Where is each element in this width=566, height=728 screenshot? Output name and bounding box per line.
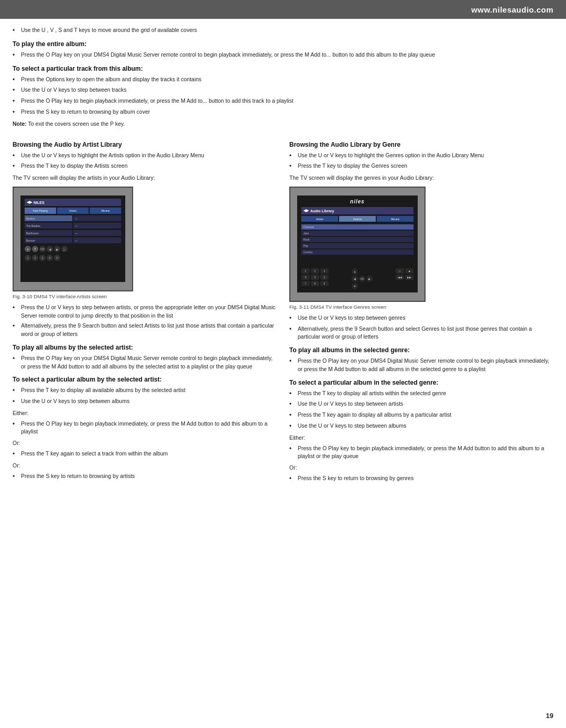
play-entire-album-bullets: Press the O Play key on your DMS4 Digita…: [13, 51, 553, 60]
tv-item-6: —: [73, 230, 121, 236]
play-all-genre-b1: Press the O Play key on your DMS4 Digita…: [289, 357, 553, 374]
tv-genre-list: Classical Jazz Rock Pop Country: [301, 224, 413, 265]
tv-list-1: Beatles —: [25, 215, 121, 221]
tv-rbtn-down: ▼: [352, 283, 358, 289]
artists-step-bullets: Press the U or V keys to step between ar…: [13, 303, 277, 339]
play-all-in-genre-heading: To play all albums in the selected genre…: [289, 346, 553, 354]
tv-btn-3: 3: [39, 255, 46, 261]
tv-nav-row-3: ▼: [352, 283, 373, 289]
select-album-genre-bullets: Press the T key to display all artists w…: [289, 389, 553, 431]
tv-btn-play: ▷: [61, 246, 68, 252]
select-album-genre-b4: Use the U or V keys to step between albu…: [289, 422, 553, 431]
select-track-bullet-2: Use the U or V keys to step between trac…: [13, 86, 553, 95]
top-bullet-1: Use the U , V , S and T keys to move aro…: [13, 26, 553, 35]
tv-nav-row-2: ◀ OK ▶: [352, 276, 373, 282]
tv-genre-tab-row: Artists Genres Albums: [301, 216, 413, 222]
select-album-in-genre-heading: To select a particular album in the sele…: [289, 379, 553, 386]
tv-btn-down: ▼: [32, 246, 38, 252]
either-genre-b1: Press the O Play key to begin playback i…: [289, 444, 553, 461]
tv-genre-item-2: Jazz: [301, 231, 413, 236]
tv-item-4: —: [73, 223, 121, 229]
tv-genre-item-5: Country: [301, 249, 413, 255]
browse-by-artist-heading: Browsing the Audio by Artist Library: [13, 141, 277, 148]
tv-rbtn-left: ◀: [352, 276, 358, 282]
tv-remote-row-1: 1 2 3: [301, 268, 329, 274]
browse-genre-b2: Press the T key to display the Genres sc…: [289, 162, 553, 171]
tv-rbtn-8: 8: [311, 281, 319, 286]
tv-rbtn-rew: ◀◀: [396, 275, 404, 280]
select-album-artist-b1: Press the T key to display all available…: [13, 386, 277, 395]
fig-caption-artists: Fig. 3-10 DMS4 TV interface Artists scre…: [13, 294, 277, 299]
select-album-genre-b2: Use the U or V keys to step between arti…: [289, 400, 553, 409]
tv-btn-4: 4: [47, 255, 53, 261]
tv-genre-header: ◀▶ Audio Library: [301, 207, 413, 214]
tv-rbtn-3: 3: [320, 268, 329, 274]
fig-caption-genre: Fig. 3-11 DMS4 TV interface Genres scree…: [289, 304, 553, 310]
tv-item-5: Beethoven: [25, 230, 72, 236]
tv-list-4: Benson —: [25, 237, 121, 243]
select-album-genre-b1: Press the T key to display all artists w…: [289, 389, 553, 398]
tv-tab-1: Now Playing: [25, 208, 56, 214]
right-column: Browsing the Audio Library by Genre Use …: [289, 141, 553, 486]
tv-btn-ok: OK: [39, 246, 46, 252]
either-bullets-1: Press the O Play key to begin playback i…: [13, 420, 277, 437]
or-b2: Press the S key to return to browsing by…: [13, 472, 277, 481]
or-genre-b1: Press the S key to return to browsing by…: [289, 474, 553, 483]
tv-rbtn-ok: OK: [359, 276, 365, 282]
tv-nav-row-1: ▲: [352, 268, 373, 275]
or-bullets-1: Press the T key again to select a track …: [13, 450, 277, 459]
top-section: Use the U , V , S and T keys to move aro…: [0, 19, 566, 128]
select-track-bullets: Press the Options key to open the album …: [13, 75, 553, 117]
browse-genre-para: The TV screen will display the genres in…: [289, 174, 553, 182]
browse-artist-b1: Use the U or V keys to highlight the Art…: [13, 151, 277, 160]
tv-rbtn-4: 4: [301, 275, 310, 280]
tv-btn-back: ◀: [47, 246, 53, 252]
genre-step-b2: Alternatively, press the 9 Search button…: [289, 325, 553, 342]
tv-remote-row-2: 4 5 6: [301, 275, 329, 280]
artists-step-b1: Press the U or V keys to step between ar…: [13, 303, 277, 320]
tv-btn-2: 2: [32, 255, 38, 261]
tv-item-7: Benson: [25, 237, 72, 243]
tv-rbtn-5: 5: [311, 275, 319, 280]
page-number: 19: [546, 712, 553, 720]
select-track-bullet-3: Press the O Play key to begin playback i…: [13, 97, 553, 106]
genre-step-b1: Use the U or V keys to step between genr…: [289, 314, 553, 323]
tv-rbtn-up: ▲: [352, 268, 358, 275]
tv-btn-fwd: ▶: [54, 246, 60, 252]
or-label-2: Or:: [13, 462, 277, 470]
tv-action-row-2: ◀◀ ▶▶: [396, 275, 413, 280]
play-all-artist-b1: Press the O Play key on your DMS4 Digita…: [13, 354, 277, 371]
tv-btn-1: 1: [25, 255, 31, 261]
left-column: Browsing the Audio by Artist Library Use…: [13, 141, 277, 486]
tv-genre-tab-2: Genres: [339, 216, 376, 222]
either-label-2: Either:: [289, 434, 553, 442]
browse-artist-b2: Press the T key to display the Artists s…: [13, 162, 277, 171]
tv-rbtn-2: 2: [311, 268, 319, 274]
tv-tab-3: Albums: [90, 208, 121, 214]
play-entire-album-bullet-1: Press the O Play key on your DMS4 Digita…: [13, 51, 553, 60]
tv-controls-2: 1 2 3 4 5: [25, 255, 121, 261]
tv-remote-col-2: ▲ ◀ OK ▶ ▼: [352, 268, 373, 289]
or-bullets-2: Press the S key to return to browsing by…: [13, 472, 277, 481]
artists-step-b2: Alternatively, press the 9 Search button…: [13, 322, 277, 339]
or-genre-bullets: Press the S key to return to browsing by…: [289, 474, 553, 483]
select-album-artist-bullets: Press the T key to display all available…: [13, 386, 277, 406]
tv-btn-up: ▲: [25, 246, 31, 252]
select-track-bullet-1: Press the Options key to open the album …: [13, 75, 553, 84]
or-label-1: Or:: [13, 439, 277, 448]
browse-genre-bullets-1: Use the U or V keys to highlight the Gen…: [289, 151, 553, 171]
select-track-heading: To select a particular track from this a…: [13, 65, 553, 72]
page: www.nilesaudio.com Use the U , V , S and…: [0, 0, 566, 728]
tv-header: ◀▶ NILES: [25, 199, 121, 206]
play-all-artist-bullets: Press the O Play key on your DMS4 Digita…: [13, 354, 277, 371]
tv-genre-tab-3: Albums: [377, 216, 413, 222]
tv-rbtn-ff: ▶▶: [405, 275, 413, 280]
or-b1: Press the T key again to select a track …: [13, 450, 277, 459]
tv-list-3: Beethoven —: [25, 230, 121, 236]
tv-rbtn-7: 7: [301, 281, 310, 286]
tv-tab-2: Artists: [57, 208, 89, 214]
tv-rbtn-play: ▷: [396, 268, 404, 274]
tv-remote-section: 1 2 3 4 5 6 7 8: [301, 268, 413, 289]
tv-rbtn-9: 9: [320, 281, 329, 286]
tv-genre-item-1: Classical: [301, 224, 413, 230]
